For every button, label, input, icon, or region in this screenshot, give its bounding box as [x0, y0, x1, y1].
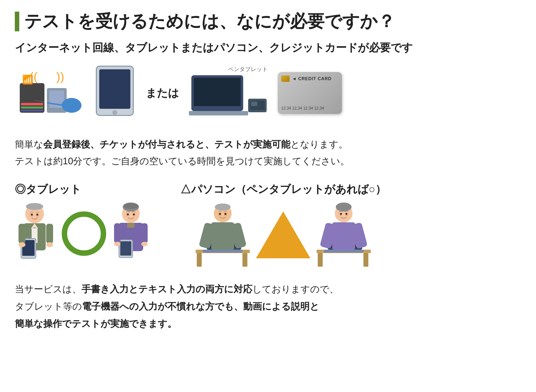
svg-rect-28 [19, 224, 25, 243]
svg-rect-40 [127, 223, 135, 228]
svg-rect-29 [46, 224, 53, 243]
pc-figures [194, 202, 372, 268]
circle-symbol [62, 211, 106, 256]
credit-card-illustration: ◄ CREDIT CARD 12,34 12,34 12,34 12,34 [278, 72, 342, 114]
svg-rect-56 [203, 250, 242, 253]
elderly-woman-svg [111, 202, 151, 266]
svg-point-35 [36, 214, 38, 216]
svg-text:📶: 📶 [22, 74, 33, 85]
bottom-bold1: 手書き入力とテキスト入力の両方に対応 [81, 284, 252, 294]
svg-point-80 [345, 213, 347, 215]
svg-point-34 [31, 214, 33, 216]
svg-rect-4 [21, 107, 43, 109]
svg-point-31 [46, 242, 53, 247]
svg-point-65 [224, 213, 226, 215]
svg-text:((: (( [56, 71, 64, 83]
title-accent-bar [15, 12, 19, 31]
bottom-bold2: 電子機器への入力が不慣れな方でも、動画による説明と [82, 301, 319, 312]
tablet-svg [94, 65, 136, 119]
svg-point-8 [62, 98, 81, 113]
description-line1: 簡単な会員登録後、チケットが付与されると、テストが実施可能となります。 [15, 136, 521, 153]
card-numbers: 12,34 12,34 12,34 12,34 [281, 106, 338, 111]
svg-rect-13 [99, 69, 130, 109]
page-title: テストを受けるためには、なにが必要ですか？ [24, 10, 395, 33]
triangle-symbol [256, 211, 310, 258]
title-section: テストを受けるためには、なにが必要ですか？ [15, 10, 521, 33]
svg-point-49 [127, 213, 129, 215]
tablet-comparison: ◎タブレット [15, 182, 151, 268]
svg-point-14 [112, 110, 117, 115]
card-chip [281, 75, 290, 82]
bottom-line2: タブレット等の電子機器への入力が不慣れな方でも、動画による説明と [15, 298, 521, 315]
tablet-figures [15, 202, 151, 266]
desc-bold1: 会員登録後、チケットが付与されると、テストが実施可能 [43, 139, 290, 149]
router-illustration: (( (( 📶 [15, 71, 84, 115]
desc-end1: となります。 [290, 139, 348, 149]
matawa-label: または [146, 86, 179, 100]
card-brand: ◄ CREDIT CARD [292, 76, 332, 81]
tablet-label: ◎タブレット [15, 182, 81, 197]
svg-rect-68 [363, 253, 368, 267]
svg-rect-44 [141, 223, 148, 243]
svg-point-45 [114, 242, 120, 246]
svg-point-79 [340, 213, 342, 215]
svg-rect-52 [197, 253, 202, 267]
svg-rect-3 [21, 103, 43, 105]
svg-point-38 [123, 203, 138, 209]
svg-rect-71 [324, 250, 363, 253]
description-line2: テストは約10分です。ご自身の空いている時間を見つけて実施してください。 [15, 153, 521, 169]
bottom-bold3: 簡単な操作でテストが実施できます。 [15, 318, 177, 329]
elderly-woman-desk-svg [315, 202, 372, 268]
subtitle: インターネット回線、タブレットまたはパソコン、クレジットカードが必要です [15, 40, 521, 55]
bottom-end1: しておりますので、 [252, 284, 339, 294]
svg-point-58 [215, 204, 231, 210]
svg-rect-16 [194, 78, 241, 106]
subtitle-plain: インターネット回線、タブレットまたはパソコン、 [15, 41, 269, 54]
svg-point-22 [26, 203, 43, 210]
bottom-plain1: 当サービスは、 [15, 284, 81, 294]
svg-point-64 [219, 213, 221, 215]
pc-label: △パソコン（ペンタブレットがあれば○） [180, 182, 386, 197]
svg-rect-42 [120, 241, 131, 256]
svg-rect-43 [114, 223, 120, 243]
laptop-svg [189, 74, 268, 118]
svg-rect-20 [251, 102, 257, 106]
tablet-illustration [94, 65, 136, 121]
description-text: 簡単な会員登録後、チケットが付与されると、テストが実施可能となります。 テストは… [15, 136, 521, 170]
bottom-plain2: タブレット等の [15, 301, 82, 312]
svg-rect-67 [318, 253, 323, 267]
laptop-group: ペンタブレット [189, 66, 268, 120]
svg-point-73 [336, 203, 352, 211]
comparison-section: ◎タブレット [15, 182, 521, 268]
subtitle-end: が必要です [358, 41, 413, 54]
pen-tablet-label: ペンタブレット [189, 66, 268, 73]
bottom-line1: 当サービスは、手書き入力とテキスト入力の両方に対応しておりますので、 [15, 280, 521, 298]
bottom-line3: 簡単な操作でテストが実施できます。 [15, 315, 521, 332]
elderly-man-desk-svg [194, 202, 251, 268]
desc-plain1: 簡単な [15, 139, 43, 149]
svg-point-46 [141, 242, 148, 246]
subtitle-bold: クレジットカード [269, 41, 358, 54]
svg-rect-17 [189, 111, 248, 115]
bottom-text: 当サービスは、手書き入力とテキスト入力の両方に対応しておりますので、 タブレット… [15, 280, 521, 333]
router-group: (( (( 📶 [15, 71, 84, 115]
svg-rect-5 [21, 110, 43, 111]
svg-point-30 [19, 242, 25, 247]
icons-row: (( (( 📶 または ペンタブレット [15, 65, 521, 121]
elderly-man-svg [15, 202, 57, 266]
svg-rect-53 [242, 253, 247, 267]
svg-point-50 [133, 213, 135, 215]
pc-comparison: △パソコン（ペンタブレットがあれば○） [180, 182, 386, 268]
card-header: ◄ CREDIT CARD [281, 75, 338, 82]
